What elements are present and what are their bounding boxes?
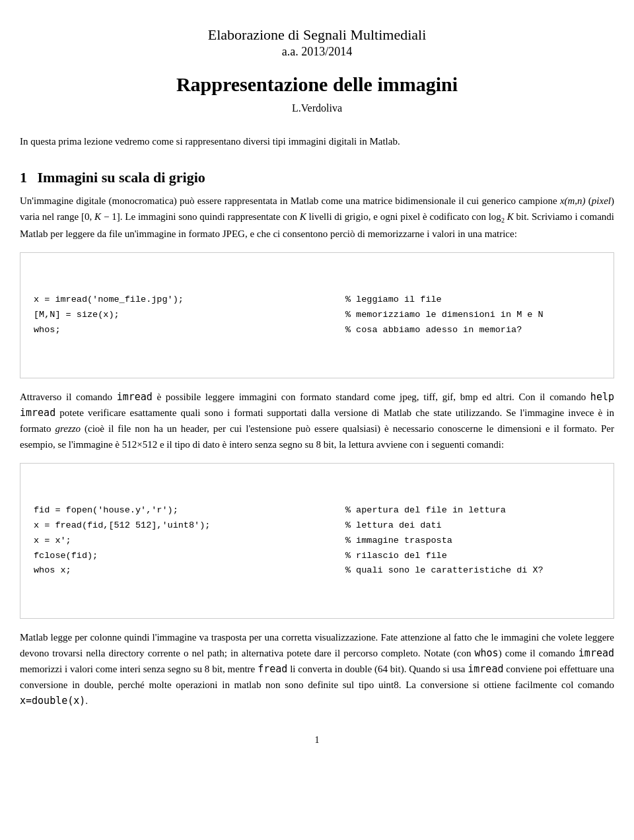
code-comment: % immagine trasposta (345, 534, 600, 549)
section1-para3: Matlab legge per colonne quindi l'immagi… (20, 629, 614, 709)
intro-paragraph: In questa prima lezione vedremo come si … (20, 134, 614, 149)
code-text: fid = fopen('house.y','r'); (34, 503, 345, 518)
section-1-heading: 1 Immagini su scala di grigio (20, 169, 614, 186)
code-comment: % apertura del file in lettura (345, 503, 600, 518)
code-text: x = x'; (34, 534, 345, 549)
code-line: x = x';% immagine trasposta (34, 534, 600, 549)
code-comment: % cosa abbiamo adesso in memoria? (345, 323, 600, 338)
code-text: [M,N] = size(x); (34, 308, 345, 323)
code-text: whos; (34, 323, 345, 338)
code-text: x = imread('nome_file.jpg'); (34, 293, 345, 308)
code-text: x = fread(fid,[512 512],'uint8'); (34, 518, 345, 534)
section1-para1: Un'immagine digitale (monocromatica) può… (20, 193, 614, 242)
code-block-2: fid = fopen('house.y','r');% apertura de… (20, 463, 614, 619)
code-line: whos x;% quali sono le caratteristiche d… (34, 563, 600, 578)
code-comment: % rilascio del file (345, 549, 600, 564)
code-text: fclose(fid); (34, 549, 345, 564)
section1-para2: Attraverso il comando imread è possibile… (20, 389, 614, 452)
section-title: Immagini su scala di grigio (38, 169, 205, 186)
code-comment: % leggiamo il file (345, 293, 600, 308)
code-line: fid = fopen('house.y','r');% apertura de… (34, 503, 600, 518)
title-big: Rappresentazione delle immagini (20, 73, 614, 96)
title-main: Elaborazione di Segnali Multimediali (20, 26, 614, 44)
section-number: 1 (20, 169, 27, 186)
code-comment: % quali sono le caratteristiche di X? (345, 563, 600, 578)
code-line: [M,N] = size(x);% memorizziamo le dimens… (34, 308, 600, 323)
page: Elaborazione di Segnali Multimediali a.a… (20, 26, 614, 746)
code-line: whos;% cosa abbiamo adesso in memoria? (34, 323, 600, 338)
author: L.Verdoliva (20, 102, 614, 114)
code-line: fclose(fid);% rilascio del file (34, 549, 600, 564)
code-comment: % memorizziamo le dimensioni in M e N (345, 308, 600, 323)
code-line: x = imread('nome_file.jpg');% leggiamo i… (34, 293, 600, 308)
code-line: x = fread(fid,[512 512],'uint8');% lettu… (34, 518, 600, 534)
title-sub: a.a. 2013/2014 (20, 45, 614, 59)
code-comment: % lettura dei dati (345, 518, 600, 534)
code-text: whos x; (34, 563, 345, 578)
page-header: Elaborazione di Segnali Multimediali a.a… (20, 26, 614, 114)
page-number: 1 (20, 735, 614, 746)
code-block-1: x = imread('nome_file.jpg');% leggiamo i… (20, 252, 614, 378)
